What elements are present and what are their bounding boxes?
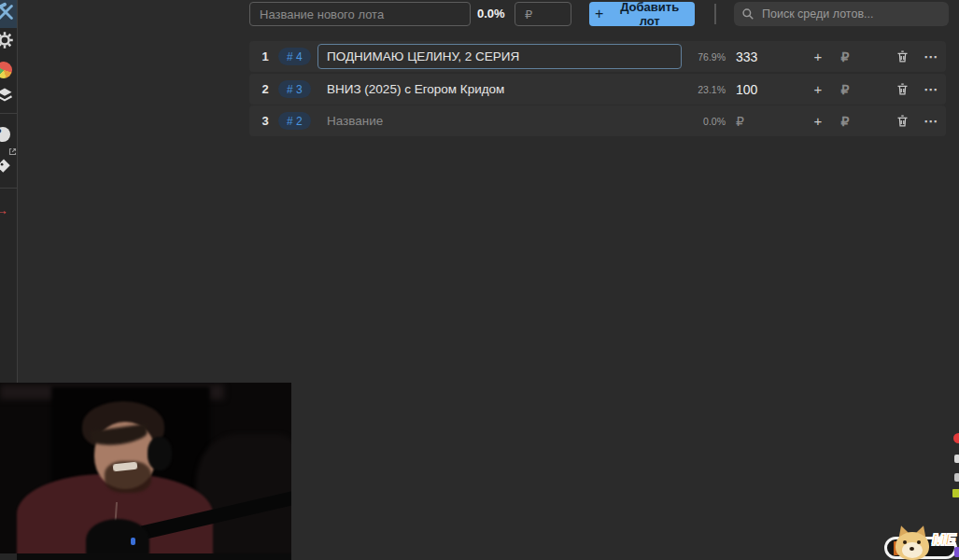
add-lot-button[interactable]: + Добавить лот: [589, 2, 695, 26]
gear-icon: [0, 31, 14, 53]
ruble-button[interactable]: ₽: [833, 74, 857, 105]
webcam-video: [0, 383, 291, 553]
plus-icon: +: [595, 6, 603, 22]
lot-percent: 0.0%: [674, 105, 726, 136]
add-lot-button-label: Добавить лот: [610, 0, 689, 28]
trash-button[interactable]: [890, 41, 914, 72]
topbar-divider: [714, 4, 716, 24]
lot-title-input[interactable]: [317, 77, 682, 102]
lot-tag-badge[interactable]: # 2: [278, 112, 311, 130]
lot-row: 1 # 4 76.9% 333 + ₽ ⋯: [249, 41, 946, 72]
edge-emote-fragment: [954, 547, 959, 557]
lot-position: 3: [257, 105, 274, 136]
search-box[interactable]: [734, 2, 949, 26]
sidebar-item-settings[interactable]: [0, 29, 17, 55]
sidebar-item-wheel[interactable]: [0, 57, 17, 83]
edge-emote-fragment: [953, 433, 959, 443]
new-lot-amount-input[interactable]: [515, 2, 571, 26]
more-options-button[interactable]: ⋯: [919, 41, 943, 72]
lot-row: 2 # 3 23.1% 100 + ₽ ⋯: [249, 74, 946, 105]
lot-title-input[interactable]: [317, 108, 682, 133]
lot-title-input[interactable]: [317, 44, 682, 69]
add-amount-button[interactable]: +: [806, 41, 830, 72]
doge-icon: [896, 527, 929, 560]
lot-position: 2: [257, 74, 274, 105]
layers-icon: [0, 86, 14, 108]
doge-eye: [917, 540, 921, 544]
search-icon: [741, 7, 755, 21]
hammer-icon: [0, 2, 16, 26]
sidebar-item-logout[interactable]: →: [0, 197, 17, 223]
sidebar-divider: [0, 188, 17, 189]
more-options-button[interactable]: ⋯: [919, 74, 943, 105]
sidebar-item-auction[interactable]: [0, 0, 17, 28]
lot-row: 3 # 2 0.0% ₽ + ₽ ⋯: [249, 105, 946, 136]
trash-icon: [896, 114, 910, 128]
add-amount-button[interactable]: +: [806, 74, 830, 105]
edge-emote-fragment: [952, 489, 959, 497]
trash-button[interactable]: [890, 74, 914, 105]
edge-emote-fragment: [954, 473, 959, 482]
mic-led: [131, 538, 135, 545]
lot-tag-badge[interactable]: # 4: [278, 48, 311, 65]
ruble-button[interactable]: ₽: [833, 105, 857, 136]
webcam-bottom-bar: [17, 553, 291, 560]
search-input[interactable]: [760, 7, 941, 21]
add-amount-button[interactable]: +: [806, 105, 830, 136]
auction-app: ? → 0.0% + Добавить лот: [0, 0, 959, 560]
sidebar-item-stack[interactable]: [0, 84, 17, 110]
help-icon: ?: [0, 127, 10, 142]
doge-nose: [910, 547, 914, 551]
lot-amount[interactable]: 100: [736, 74, 792, 105]
more-options-button[interactable]: ⋯: [919, 105, 943, 136]
mic-shock-mount: [86, 519, 149, 553]
wheel-icon: [0, 62, 12, 78]
edge-emote-fragment: [954, 455, 959, 463]
new-lot-name-input[interactable]: [249, 2, 471, 26]
lot-amount[interactable]: 333: [736, 41, 792, 72]
headphones: [148, 437, 172, 470]
lot-position: 1: [257, 41, 274, 72]
lot-amount[interactable]: ₽: [736, 105, 792, 136]
trash-button[interactable]: [890, 105, 914, 136]
trash-icon: [896, 49, 910, 63]
lot-percent: 76.9%: [674, 41, 726, 72]
lot-tag-badge[interactable]: # 3: [278, 80, 311, 98]
external-link-icon: [8, 143, 17, 160]
ruble-button[interactable]: ₽: [833, 41, 857, 72]
meme-text: ME: [932, 531, 956, 550]
new-lot-percent-label: 0.0%: [477, 7, 509, 21]
trash-icon: [896, 82, 910, 96]
logout-arrow-icon: →: [0, 203, 8, 217]
sidebar-divider: [0, 113, 17, 114]
doge-eye: [903, 540, 907, 544]
doge-meme-overlay: ME: [882, 527, 959, 560]
lot-percent: 23.1%: [674, 74, 726, 105]
tag-icon: [0, 158, 12, 178]
